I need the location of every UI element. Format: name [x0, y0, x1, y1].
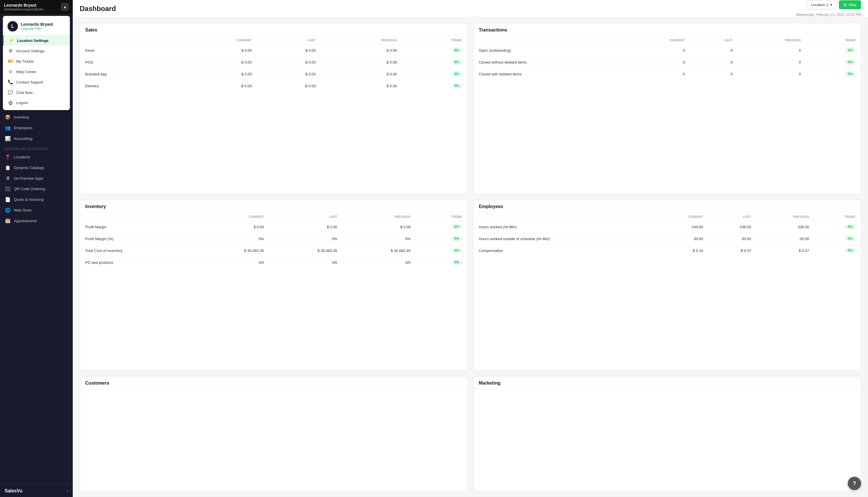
inv-col-last: LAST: [269, 212, 342, 221]
row-current: 0: [624, 56, 690, 68]
trans-col-previous: PREVIOUS: [738, 36, 806, 44]
transactions-table-body: Open (outstanding) 0 0 0 0% Closed witho…: [473, 44, 861, 80]
logout-icon: ⏻: [8, 100, 13, 105]
transactions-card-header: Transactions: [473, 24, 861, 36]
inventory-table-body: Profit Margin $ 0.00 $ 0.00 $ 0.00 0% Pr…: [80, 221, 467, 268]
sidebar-username: Leonardo Bryant: [4, 3, 46, 8]
accounting-icon: 📊: [5, 136, 11, 141]
main-area: Dashboard Location 1 ▾ ⊞ View Wednesday,…: [73, 0, 868, 497]
dropdown-item-my-tickets[interactable]: 🎫 My Tickets: [3, 56, 70, 67]
dropdown-item-account-settings[interactable]: ⚙ Account Settings: [3, 46, 70, 56]
help-center-label: Help Center: [16, 70, 36, 74]
row-trend: 0%: [416, 245, 467, 257]
row-current: $ 0.00: [196, 221, 269, 233]
location-dropdown-button[interactable]: Location 1 ▾: [807, 0, 837, 9]
row-label: POS: [80, 56, 178, 68]
row-previous: 0: [738, 56, 806, 68]
row-previous: $ 0.00: [321, 80, 402, 92]
dropdown-item-logout[interactable]: ⏻ Logout: [3, 98, 70, 108]
topbar: Dashboard Location 1 ▾ ⊞ View Wednesday,…: [73, 0, 868, 17]
inventory-label: Inventory: [14, 115, 29, 119]
help-icon: ?: [853, 480, 856, 487]
emp-col-trend: TREND: [814, 212, 861, 221]
row-trend: 0%: [814, 233, 861, 245]
locations-label: Locations: [14, 155, 30, 159]
sales-col-trend: TREND: [402, 36, 467, 44]
customers-card: Customers: [80, 376, 468, 491]
dropdown-username: Leonardo Bryant: [21, 22, 53, 27]
help-button[interactable]: ?: [848, 477, 861, 490]
logout-label: Logout: [16, 101, 28, 105]
sidebar-collapse-button[interactable]: ‹: [67, 488, 68, 494]
trans-col-trend: TREND: [806, 36, 861, 44]
row-last: $ 0.00: [257, 68, 321, 80]
dynamic-catalogs-icon: 📋: [5, 165, 11, 170]
transactions-table: CURRENT LAST PREVIOUS TREND Open (outsta…: [473, 36, 861, 80]
location-settings-label: Location Settings: [17, 39, 48, 43]
row-last: $ 35,082.45: [269, 245, 342, 257]
dropdown-item-contact-support[interactable]: 📞 Contact Support: [3, 77, 70, 87]
row-label: Closed without deleted items: [473, 56, 624, 68]
sidebar-item-qr-code-ordering[interactable]: ⬛ QR Code Ordering: [0, 184, 73, 194]
dropdown-item-location-settings[interactable]: ⚡ Location Settings: [3, 35, 70, 46]
row-last: $ 0.00: [257, 56, 321, 68]
upgrade-plan-link[interactable]: Upgrade Plan: [21, 27, 53, 31]
quote-invoicing-label: Quote & Invoicing: [14, 197, 44, 202]
inventory-card: Inventory CURRENT LAST PREVIOUS TREND Pr…: [80, 200, 468, 370]
sidebar-item-accounting[interactable]: 📊 Accounting: [0, 133, 73, 144]
account-settings-icon: ⚙: [8, 48, 13, 54]
sidebar-item-quote-invoicing[interactable]: 📄 Quote & Invoicing: [0, 194, 73, 205]
sidebar-item-web-store[interactable]: 🌐 Web Store: [0, 205, 73, 215]
trans-col-last: LAST: [690, 36, 738, 44]
row-previous: 336:00: [756, 221, 814, 233]
locations-icon: 📍: [5, 154, 11, 160]
sidebar-chevron-button[interactable]: ▲: [61, 3, 69, 11]
sidebar-user-info: Leonardo Bryant ahmetsalesvusupport@sale…: [4, 3, 46, 11]
row-label: Hours worked outside of schedule (Hr:Min…: [473, 233, 652, 245]
sidebar-item-on-premise-apps[interactable]: 🖥 On-Premise Apps: [0, 173, 73, 184]
row-label: Profit Margin (%): [80, 233, 196, 245]
row-previous: 0: [738, 44, 806, 56]
row-current: $ 0.00: [178, 44, 257, 56]
row-previous: $ 0.00: [342, 221, 416, 233]
table-row: Delivery $ 0.00 $ 0.00 $ 0.00 0%: [80, 80, 467, 92]
dashboard-content: Sales CURRENT LAST PREVIOUS TREND Kiosk …: [73, 17, 868, 497]
row-trend: 0%: [814, 245, 861, 257]
dropdown-item-help-center[interactable]: ⊙ Help Center: [3, 67, 70, 77]
streamline-section-label: STREAMLINE OPERATIONS: [0, 144, 73, 152]
sidebar-item-appointments[interactable]: 📅 Appointments: [0, 215, 73, 226]
sidebar-item-dynamic-catalogs[interactable]: 📋 Dynamic Catalogs: [0, 162, 73, 173]
help-center-icon: ⊙: [8, 69, 13, 74]
row-last: $ 0.37: [708, 245, 756, 257]
view-button[interactable]: ⊞ View: [839, 0, 861, 9]
location-settings-icon: ⚡: [9, 38, 14, 43]
dropdown-item-chat-now[interactable]: 💬 Chat Now: [3, 87, 70, 98]
on-premise-apps-label: On-Premise Apps: [14, 176, 43, 181]
customers-card-header: Customers: [80, 377, 467, 389]
row-last: 0: [690, 56, 738, 68]
sales-col-current: CURRENT: [178, 36, 257, 44]
row-current: $ 0.00: [178, 56, 257, 68]
row-label: Total Cost of Inventory: [80, 245, 196, 257]
table-row: Profit Margin (%) 0% 0% 0% 0%: [80, 233, 467, 245]
row-current: $ 0.00: [178, 68, 257, 80]
employees-table: CURRENT LAST PREVIOUS TREND Hours worked…: [473, 212, 861, 256]
row-last: $ 0.00: [269, 221, 342, 233]
row-previous: 0/0: [342, 257, 416, 268]
sidebar-item-inventory[interactable]: 📦 Inventory: [0, 112, 73, 123]
row-trend: 0%: [806, 56, 861, 68]
row-current: $ 35,082.45: [196, 245, 269, 257]
row-last: 00:00: [708, 233, 756, 245]
view-label: View: [848, 3, 856, 7]
topbar-right: Location 1 ▾ ⊞ View Wednesday, February …: [796, 0, 861, 17]
table-row: Hours worked outside of schedule (Hr:Min…: [473, 233, 861, 245]
inventory-card-header: Inventory: [80, 200, 467, 212]
dynamic-catalogs-label: Dynamic Catalogs: [14, 166, 44, 170]
account-settings-label: Account Settings: [16, 49, 44, 53]
appointments-label: Appointments: [14, 219, 37, 223]
sidebar-item-locations[interactable]: 📍 Locations: [0, 152, 73, 162]
sidebar-item-employees[interactable]: 👥 Employees: [0, 123, 73, 133]
row-previous: $ 0.37: [756, 245, 814, 257]
dropdown-user-section: L Leonardo Bryant Upgrade Plan: [3, 18, 70, 35]
row-current: 0: [624, 68, 690, 80]
